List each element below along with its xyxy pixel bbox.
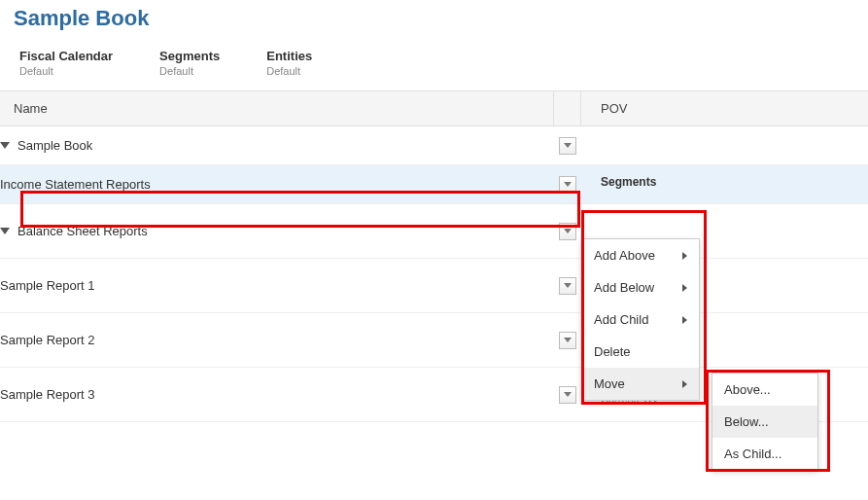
menu-label: Above... (724, 382, 771, 397)
column-action (554, 91, 581, 125)
menu-move[interactable]: Move (582, 368, 699, 400)
menu-add-below[interactable]: Add Below (582, 271, 699, 304)
pov-label: Segments (601, 175, 849, 189)
node-label: Sample Report 3 (0, 387, 95, 402)
menu-add-child[interactable]: Add Child (582, 304, 699, 336)
menu-label: Add Above (594, 248, 655, 263)
tree-row-root[interactable]: Sample Book (0, 126, 868, 165)
chevron-down-icon (564, 143, 572, 148)
chevron-down-icon (564, 338, 572, 342)
menu-add-above[interactable]: Add Above (582, 239, 699, 271)
menu-label: Below... (724, 414, 769, 429)
filter-label: Entities (266, 49, 312, 63)
row-menu-button[interactable] (559, 223, 576, 240)
expand-icon[interactable] (0, 142, 10, 149)
submenu-above[interactable]: Above... (712, 374, 817, 406)
menu-label: Add Child (594, 312, 648, 327)
menu-label: Add Below (594, 280, 654, 295)
filter-label: Fiscal Calendar (19, 49, 113, 63)
row-menu-button[interactable] (559, 386, 576, 404)
context-submenu-move: Above... Below... As Child... (712, 373, 818, 471)
grid-header: Name POV (0, 91, 868, 126)
menu-label: Move (594, 376, 625, 391)
row-menu-button[interactable] (559, 277, 576, 295)
filter-bar: Fiscal Calendar Default Segments Default… (0, 45, 868, 91)
pov-cell: Segments (581, 165, 868, 203)
chevron-down-icon (564, 182, 572, 187)
column-pov: POV (581, 91, 868, 125)
filter-value: Default (19, 65, 113, 77)
filter-value: Default (159, 65, 220, 77)
chevron-right-icon (682, 252, 687, 260)
chevron-down-icon (564, 229, 572, 233)
expand-icon[interactable] (0, 228, 10, 234)
node-label: Sample Book (17, 138, 92, 153)
node-label: Balance Sheet Reports (17, 224, 148, 238)
row-menu-button[interactable] (559, 137, 576, 155)
chevron-right-icon (682, 284, 687, 292)
submenu-below[interactable]: Below... (712, 406, 817, 438)
row-menu-button[interactable] (559, 176, 576, 194)
tree-row-report-1[interactable]: Sample Report 1 (0, 259, 868, 313)
filter-entities[interactable]: Entities Default (266, 49, 312, 77)
filter-value: Default (266, 65, 312, 77)
menu-delete[interactable]: Delete (582, 336, 699, 368)
context-menu: Add Above Add Below Add Child Delete Mov… (581, 238, 700, 401)
filter-fiscal-calendar[interactable]: Fiscal Calendar Default (19, 49, 113, 77)
menu-label: As Child... (724, 446, 781, 461)
node-label: Sample Report 1 (0, 278, 95, 293)
tree-row-report-2[interactable]: Sample Report 2 (0, 313, 868, 368)
tree-row-balance-sheet[interactable]: Balance Sheet Reports (0, 204, 868, 259)
chevron-right-icon (682, 316, 687, 324)
filter-label: Segments (159, 49, 220, 63)
node-label: Sample Report 2 (0, 333, 95, 347)
menu-label: Delete (594, 344, 631, 359)
pov-cell (581, 126, 868, 164)
filter-segments[interactable]: Segments Default (159, 49, 220, 77)
submenu-as-child[interactable]: As Child... (712, 438, 817, 470)
chevron-down-icon (564, 392, 572, 397)
chevron-right-icon (682, 380, 687, 388)
page-title: Sample Book (0, 0, 868, 45)
chevron-down-icon (564, 283, 572, 288)
node-label: Income Statement Reports (0, 177, 151, 192)
column-name: Name (0, 91, 554, 125)
row-menu-button[interactable] (559, 332, 576, 349)
tree-row-income-statement[interactable]: Income Statement Reports Segments (0, 165, 868, 204)
